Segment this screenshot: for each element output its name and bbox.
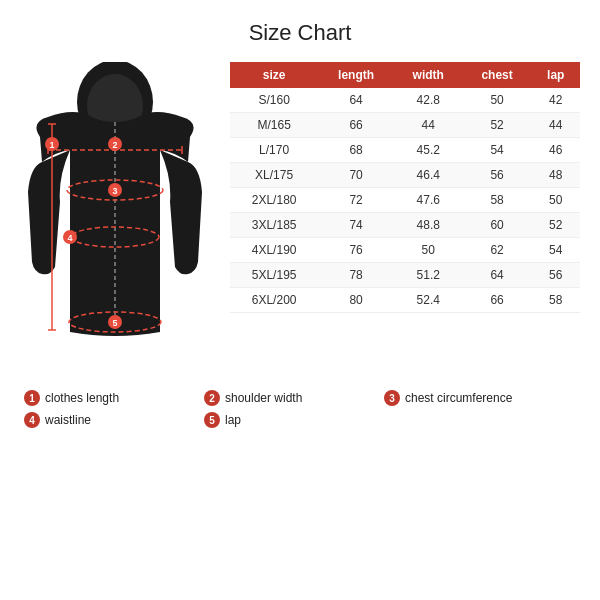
table-cell: 51.2 (394, 263, 463, 288)
legend-number: 1 (24, 390, 40, 406)
legend-item: 2shoulder width (204, 390, 364, 406)
table-row: 3XL/1857448.86052 (230, 213, 580, 238)
svg-text:1: 1 (49, 140, 54, 150)
table-cell: 45.2 (394, 138, 463, 163)
size-table: size length width chest lap S/1606442.85… (230, 62, 580, 313)
col-header-size: size (230, 62, 318, 88)
table-cell: 3XL/185 (230, 213, 318, 238)
table-row: L/1706845.25446 (230, 138, 580, 163)
table-cell: 42 (532, 88, 581, 113)
table-cell: 54 (532, 238, 581, 263)
legend-label: waistline (45, 413, 91, 427)
table-cell: 64 (318, 88, 394, 113)
table-cell: XL/175 (230, 163, 318, 188)
table-row: 6XL/2008052.46658 (230, 288, 580, 313)
table-cell: 44 (394, 113, 463, 138)
table-cell: 48.8 (394, 213, 463, 238)
table-cell: S/160 (230, 88, 318, 113)
legend-number: 2 (204, 390, 220, 406)
table-cell: 78 (318, 263, 394, 288)
legend-item: 5lap (204, 412, 364, 428)
legend-number: 5 (204, 412, 220, 428)
table-cell: 52 (532, 213, 581, 238)
table-cell: 52.4 (394, 288, 463, 313)
legend-label: shoulder width (225, 391, 302, 405)
table-row: S/1606442.85042 (230, 88, 580, 113)
table-cell: 54 (463, 138, 532, 163)
table-cell: 56 (532, 263, 581, 288)
table-cell: L/170 (230, 138, 318, 163)
svg-text:3: 3 (112, 186, 117, 196)
table-row: 2XL/1807247.65850 (230, 188, 580, 213)
table-cell: 66 (463, 288, 532, 313)
col-header-width: width (394, 62, 463, 88)
table-header-row: size length width chest lap (230, 62, 580, 88)
table-cell: 48 (532, 163, 581, 188)
table-cell: 50 (463, 88, 532, 113)
table-cell: 64 (463, 263, 532, 288)
jacket-diagram: 1 2 3 4 5 (20, 62, 220, 376)
table-cell: 70 (318, 163, 394, 188)
table-cell: 46 (532, 138, 581, 163)
table-cell: 62 (463, 238, 532, 263)
table-row: 4XL/19076506254 (230, 238, 580, 263)
legend-number: 3 (384, 390, 400, 406)
table-cell: 6XL/200 (230, 288, 318, 313)
table-cell: 50 (532, 188, 581, 213)
legend-label: chest circumference (405, 391, 512, 405)
table-cell: 52 (463, 113, 532, 138)
table-cell: 47.6 (394, 188, 463, 213)
table-cell: 74 (318, 213, 394, 238)
legend-item: 4waistline (24, 412, 184, 428)
table-cell: 72 (318, 188, 394, 213)
table-cell: 4XL/190 (230, 238, 318, 263)
col-header-chest: chest (463, 62, 532, 88)
table-cell: 60 (463, 213, 532, 238)
table-cell: 42.8 (394, 88, 463, 113)
table-row: M/16566445244 (230, 113, 580, 138)
size-table-container: size length width chest lap S/1606442.85… (230, 62, 580, 376)
legend-number: 4 (24, 412, 40, 428)
table-cell: 2XL/180 (230, 188, 318, 213)
table-cell: M/165 (230, 113, 318, 138)
col-header-length: length (318, 62, 394, 88)
legend: 1clothes length2shoulder width3chest cir… (20, 390, 580, 428)
legend-item: 3chest circumference (384, 390, 544, 406)
table-cell: 66 (318, 113, 394, 138)
table-cell: 58 (463, 188, 532, 213)
table-cell: 46.4 (394, 163, 463, 188)
table-cell: 44 (532, 113, 581, 138)
table-cell: 68 (318, 138, 394, 163)
svg-text:4: 4 (67, 233, 72, 243)
table-cell: 58 (532, 288, 581, 313)
table-cell: 76 (318, 238, 394, 263)
table-cell: 80 (318, 288, 394, 313)
page-title: Size Chart (249, 20, 352, 46)
legend-label: lap (225, 413, 241, 427)
legend-item: 1clothes length (24, 390, 184, 406)
col-header-lap: lap (532, 62, 581, 88)
table-row: XL/1757046.45648 (230, 163, 580, 188)
svg-text:2: 2 (112, 140, 117, 150)
legend-label: clothes length (45, 391, 119, 405)
table-cell: 56 (463, 163, 532, 188)
table-cell: 50 (394, 238, 463, 263)
table-row: 5XL/1957851.26456 (230, 263, 580, 288)
table-cell: 5XL/195 (230, 263, 318, 288)
svg-text:5: 5 (112, 318, 117, 328)
